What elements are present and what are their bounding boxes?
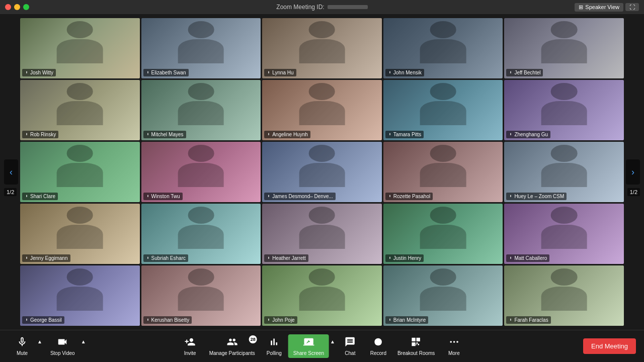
person-silhouette xyxy=(47,145,113,193)
svg-point-1 xyxy=(450,341,452,343)
person-head xyxy=(188,207,214,224)
traffic-lights xyxy=(5,4,29,10)
chat-button[interactable]: Chat xyxy=(336,334,364,358)
video-cell[interactable]: Brian McIntyre xyxy=(383,265,503,326)
nav-next-button[interactable]: › xyxy=(626,159,640,185)
invite-icon xyxy=(185,336,196,349)
participant-name: Rob Rinsky xyxy=(30,132,56,137)
video-cell[interactable]: Kerushan Bisetty xyxy=(141,265,261,326)
person-body xyxy=(57,101,103,125)
person-silhouette xyxy=(168,83,234,131)
participant-count-badge: 28 xyxy=(249,335,257,343)
person-silhouette xyxy=(47,83,113,131)
participant-name: Heather Jarrett xyxy=(272,255,306,261)
person-silhouette xyxy=(289,21,355,69)
participant-name-tag: Tamara Pitts xyxy=(385,131,424,138)
mic-icon xyxy=(146,133,150,137)
person-silhouette xyxy=(47,268,113,317)
video-cell[interactable]: Farah Faraclas xyxy=(504,265,624,326)
video-cell[interactable]: Matt Caballero xyxy=(504,204,624,264)
video-cell[interactable]: John Mensik xyxy=(383,18,503,78)
person-silhouette xyxy=(410,268,476,317)
video-caret[interactable]: ▲ xyxy=(80,339,87,344)
video-grid: Josh WittyElizabeth SwanLynna HuJohn Men… xyxy=(20,18,624,326)
record-button[interactable]: Record xyxy=(364,334,392,358)
meeting-id-label: Zoom Meeting ID: xyxy=(276,4,324,11)
participant-name-tag: Justin Henry xyxy=(385,254,424,262)
video-cell[interactable]: Jenny Eggimann xyxy=(20,204,140,264)
nav-prev-button[interactable]: ‹ xyxy=(4,159,18,185)
participant-name-tag: John Poje xyxy=(264,316,297,324)
video-cell[interactable]: Josh Witty xyxy=(20,18,140,78)
participant-name: George Bassil xyxy=(30,317,62,323)
video-cell[interactable]: Elizabeth Swan xyxy=(141,18,261,78)
breakout-rooms-button[interactable]: Breakout Rooms xyxy=(392,334,440,358)
participant-name-tag: Heather Jarrett xyxy=(264,254,308,262)
person-body xyxy=(178,287,224,311)
share-screen-caret[interactable]: ▲ xyxy=(329,339,336,344)
person-silhouette xyxy=(168,21,234,69)
person-silhouette xyxy=(410,145,476,193)
video-cell[interactable]: Rob Rinsky xyxy=(20,80,140,140)
person-silhouette xyxy=(410,21,476,69)
mute-caret[interactable]: ▲ xyxy=(36,339,43,344)
video-cell[interactable]: George Bassil xyxy=(20,265,140,326)
speaker-view-icon: ⊞ xyxy=(579,4,583,11)
person-head xyxy=(67,268,93,286)
end-meeting-button[interactable]: End Meeting xyxy=(583,338,636,354)
person-head xyxy=(188,83,214,100)
participant-name-tag: Farah Faraclas xyxy=(506,316,550,324)
record-icon xyxy=(373,336,384,349)
video-cell[interactable]: Huey Le – Zoom CSM xyxy=(504,142,624,202)
maximize-button[interactable] xyxy=(23,4,29,10)
participant-name-tag: Winston Twu xyxy=(143,193,183,200)
video-cell[interactable]: Heather Jarrett xyxy=(262,204,382,264)
manage-participants-button[interactable]: 28 Manage Participants xyxy=(204,334,260,358)
fullscreen-button[interactable]: ⛶ xyxy=(625,3,639,11)
video-cell[interactable]: Jeff Bechtel xyxy=(504,18,624,78)
participant-name-tag: Jenny Eggimann xyxy=(22,254,70,262)
minimize-button[interactable] xyxy=(14,4,20,10)
share-screen-icon xyxy=(303,336,314,349)
person-silhouette xyxy=(289,207,355,255)
video-cell[interactable]: Mitchel Mayes xyxy=(141,80,261,140)
speaker-view-button[interactable]: ⊞ Speaker View xyxy=(575,3,623,12)
nav-page-left: 1/2 xyxy=(4,188,17,196)
video-cell[interactable]: Angeline Huynh xyxy=(262,80,382,140)
video-cell[interactable]: Rozette Pasahol xyxy=(383,142,503,202)
invite-button[interactable]: Invite xyxy=(176,334,204,358)
participant-name: Rozette Pasahol xyxy=(393,194,430,199)
mic-icon xyxy=(25,195,29,199)
polling-button[interactable]: Polling xyxy=(260,334,288,358)
video-cell[interactable]: Winston Twu xyxy=(141,142,261,202)
title-bar: Zoom Meeting ID: ⊞ Speaker View ⛶ xyxy=(0,0,644,14)
person-head xyxy=(430,207,456,224)
video-cell[interactable]: Shari Clare xyxy=(20,142,140,202)
more-button[interactable]: More xyxy=(440,334,468,358)
meeting-title: Zoom Meeting ID: xyxy=(276,4,367,11)
close-button[interactable] xyxy=(5,4,11,10)
person-silhouette xyxy=(410,207,476,255)
video-cell[interactable]: John Poje xyxy=(262,265,382,326)
video-cell[interactable]: Lynna Hu xyxy=(262,18,382,78)
participant-name-tag: Rob Rinsky xyxy=(22,131,58,138)
mic-icon xyxy=(509,318,513,322)
participant-name: John Mensik xyxy=(393,70,422,75)
video-cell[interactable]: Tamara Pitts xyxy=(383,80,503,140)
person-body xyxy=(420,101,466,125)
toolbar: Mute ▲ Stop Video ▲ Invite xyxy=(0,330,644,362)
share-screen-button[interactable]: Share Screen xyxy=(288,334,329,358)
person-silhouette xyxy=(168,268,234,317)
person-head xyxy=(67,145,93,162)
video-cell[interactable]: Zhenghang Gu xyxy=(504,80,624,140)
video-cell[interactable]: James Desmond– Denve... xyxy=(262,142,382,202)
video-cell[interactable]: Justin Henry xyxy=(383,204,503,264)
participant-name: Shari Clare xyxy=(30,194,55,199)
participant-name-tag: Angeline Huynh xyxy=(264,131,310,138)
mic-icon xyxy=(146,71,150,75)
stop-video-button[interactable]: Stop Video xyxy=(45,334,80,358)
mute-button[interactable]: Mute xyxy=(8,334,36,358)
video-cell[interactable]: Subriah Esharc xyxy=(141,204,261,264)
person-head xyxy=(551,145,577,162)
video-group: Stop Video ▲ xyxy=(45,334,87,358)
